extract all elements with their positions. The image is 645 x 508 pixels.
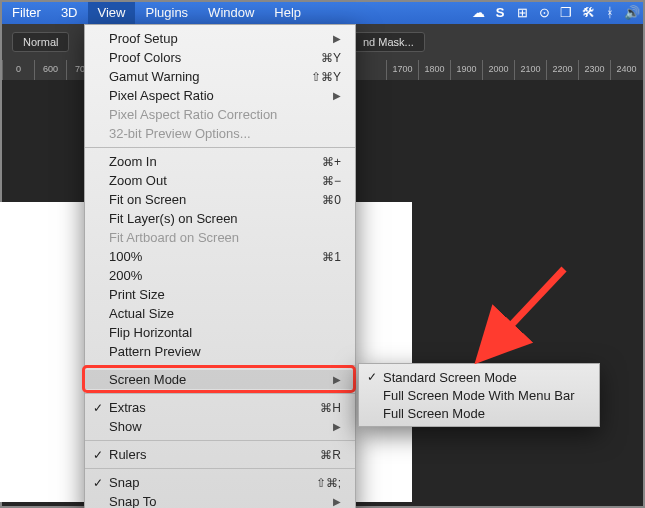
menu-item-label: Pattern Preview [109,344,341,359]
menu-item-label: Pixel Aspect Ratio [109,88,333,103]
menu-item-label: Zoom Out [109,173,314,188]
check-icon: ✓ [367,370,377,384]
shortcut-label: ⌘− [314,174,341,188]
ruler-tick: 1700 [386,60,418,80]
ruler-tick: 2000 [482,60,514,80]
menu-item-label: Proof Setup [109,31,333,46]
view-menu-dropdown: Proof Setup▶Proof Colors⌘YGamut Warning⇧… [84,24,356,508]
menu-item-label: 200% [109,268,341,283]
ruler-tick: 2200 [546,60,578,80]
menu-item-screen-mode[interactable]: Screen Mode▶ [85,370,355,389]
submenu-item-label: Standard Screen Mode [383,370,517,385]
menu-item-pattern-preview[interactable]: Pattern Preview [85,342,355,361]
menu-item-label: Pixel Aspect Ratio Correction [109,107,341,122]
menu-item-label: Screen Mode [109,372,333,387]
submenu-arrow-icon: ▶ [333,421,341,432]
menu-item-fit-layer-s-on-screen[interactable]: Fit Layer(s) on Screen [85,209,355,228]
tool-icon[interactable]: 🛠 [577,2,599,24]
menu-item-label: Proof Colors [109,50,313,65]
ruler-tick: 0 [2,60,34,80]
menu-item-fit-on-screen[interactable]: Fit on Screen⌘0 [85,190,355,209]
submenu-item-label: Full Screen Mode With Menu Bar [383,388,574,403]
menu-item-zoom-in[interactable]: Zoom In⌘+ [85,152,355,171]
app-frame: Filter 3D View Plugins Window Help ☁ S ⊞… [0,0,645,508]
check-icon: ✓ [93,401,103,415]
menu-item-zoom-out[interactable]: Zoom Out⌘− [85,171,355,190]
submenu-item-label: Full Screen Mode [383,406,485,421]
submenu-arrow-icon: ▶ [333,496,341,507]
grid-icon[interactable]: ⊞ [511,2,533,24]
menu-item-proof-colors[interactable]: Proof Colors⌘Y [85,48,355,67]
menu-item-200-[interactable]: 200% [85,266,355,285]
ruler-tick: 2400 [610,60,642,80]
ruler-tick: 600 [34,60,66,80]
menu-item-label: Print Size [109,287,341,302]
shortcut-label: ⌘0 [314,193,341,207]
volume-icon[interactable]: 🔊 [621,2,643,24]
menu-item-label: Zoom In [109,154,314,169]
menu-item-label: Extras [109,400,312,415]
shortcut-label: ⌘+ [314,155,341,169]
menu-filter[interactable]: Filter [2,2,51,24]
menu-help[interactable]: Help [264,2,311,24]
menu-item-label: 32-bit Preview Options... [109,126,341,141]
menu-item-label: Flip Horizontal [109,325,341,340]
menu-plugins[interactable]: Plugins [135,2,198,24]
submenu-arrow-icon: ▶ [333,374,341,385]
shortcut-label: ⌘Y [313,51,341,65]
menu-item-32-bit-preview-options-: 32-bit Preview Options... [85,124,355,143]
menu-3d[interactable]: 3D [51,2,88,24]
menu-window[interactable]: Window [198,2,264,24]
s-icon[interactable]: S [489,2,511,24]
menu-item-print-size[interactable]: Print Size [85,285,355,304]
ruler-tick: 1900 [450,60,482,80]
play-circle-icon[interactable]: ⊙ [533,2,555,24]
submenu-item-standard-screen-mode[interactable]: ✓Standard Screen Mode [359,368,599,386]
check-icon: ✓ [93,448,103,462]
menu-item-fit-artboard-on-screen: Fit Artboard on Screen [85,228,355,247]
menu-item-label: Snap [109,475,308,490]
submenu-arrow-icon: ▶ [333,33,341,44]
menu-view[interactable]: View [88,2,136,24]
check-icon: ✓ [93,476,103,490]
menu-item-label: Rulers [109,447,312,462]
menu-item-rulers[interactable]: ✓Rulers⌘R [85,445,355,464]
menu-item-proof-setup[interactable]: Proof Setup▶ [85,29,355,48]
menu-item-snap[interactable]: ✓Snap⇧⌘; [85,473,355,492]
shortcut-label: ⇧⌘Y [303,70,341,84]
ruler-tick [354,60,386,80]
bluetooth-icon[interactable]: ᚼ [599,2,621,24]
menu-item-label: Snap To [109,494,333,508]
menu-item-pixel-aspect-ratio[interactable]: Pixel Aspect Ratio▶ [85,86,355,105]
shortcut-label: ⌘1 [314,250,341,264]
menu-item-extras[interactable]: ✓Extras⌘H [85,398,355,417]
menu-item-label: Fit Artboard on Screen [109,230,341,245]
menu-item-pixel-aspect-ratio-correction: Pixel Aspect Ratio Correction [85,105,355,124]
ruler-tick: 1800 [418,60,450,80]
shortcut-label: ⌘R [312,448,341,462]
menu-item-snap-to[interactable]: Snap To▶ [85,492,355,508]
submenu-item-full-screen-mode[interactable]: Full Screen Mode [359,404,599,422]
ruler-tick: 2100 [514,60,546,80]
menu-item-flip-horizontal[interactable]: Flip Horizontal [85,323,355,342]
shortcut-label: ⌘H [312,401,341,415]
menu-bar: Filter 3D View Plugins Window Help ☁ S ⊞… [2,2,643,24]
cloud-icon[interactable]: ☁ [467,2,489,24]
ruler-tick: 2300 [578,60,610,80]
menu-item-label: Fit Layer(s) on Screen [109,211,341,226]
blend-mode-dropdown[interactable]: Normal [12,32,69,52]
menu-item-gamut-warning[interactable]: Gamut Warning⇧⌘Y [85,67,355,86]
menu-item-show[interactable]: Show▶ [85,417,355,436]
submenu-item-full-screen-mode-with-menu-bar[interactable]: Full Screen Mode With Menu Bar [359,386,599,404]
menu-item-label: Fit on Screen [109,192,314,207]
menu-item-actual-size[interactable]: Actual Size [85,304,355,323]
shortcut-label: ⇧⌘; [308,476,341,490]
menu-item-label: Gamut Warning [109,69,303,84]
menu-item-label: Actual Size [109,306,341,321]
windows-icon[interactable]: ❐ [555,2,577,24]
menu-item-label: Show [109,419,333,434]
menu-item-label: 100% [109,249,314,264]
mask-button[interactable]: nd Mask... [352,32,425,52]
menu-item-100-[interactable]: 100%⌘1 [85,247,355,266]
screen-mode-submenu: ✓Standard Screen ModeFull Screen Mode Wi… [358,363,600,427]
